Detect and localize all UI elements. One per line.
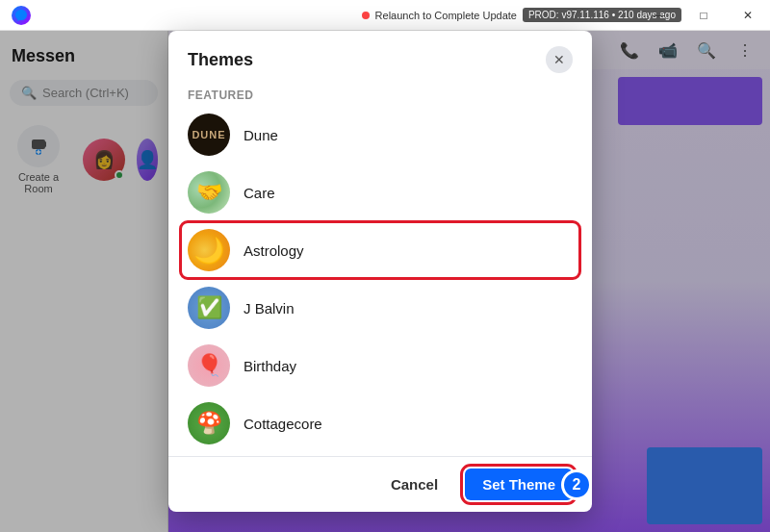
theme-item-astrology[interactable]: 🌙 Astrology 1 <box>180 221 580 279</box>
astrology-moon: 🌙 <box>188 229 230 271</box>
birthday-shape: 🎈 <box>188 344 230 387</box>
modal-header: Themes ✕ <box>168 31 592 81</box>
theme-item-cottagecore[interactable]: 🍄 Cottagecore <box>180 394 580 452</box>
care-icon: 🤝 <box>188 171 230 214</box>
jbalvin-shape: ✅ <box>188 287 230 329</box>
birthday-label: Birthday <box>244 358 296 374</box>
maximize-button[interactable]: □ <box>681 0 726 31</box>
relaunch-text[interactable]: Relaunch to Complete Update <box>375 10 517 21</box>
cottagecore-label: Cottagecore <box>244 416 322 432</box>
set-theme-container: Set Theme 2 <box>465 469 573 500</box>
theme-list: DUNE Dune 🤝 Care 🌙 Astrology 1 ✅ <box>168 106 592 452</box>
modal-close-button[interactable]: ✕ <box>546 46 573 73</box>
birthday-icon: 🎈 <box>188 344 230 387</box>
minimize-button[interactable]: — <box>637 0 681 31</box>
astrology-icon: 🌙 <box>188 229 230 271</box>
dune-text: DUNE <box>188 114 230 156</box>
theme-item-jbalvin[interactable]: ✅ J Balvin <box>180 279 580 337</box>
care-shape: 🤝 <box>188 171 230 214</box>
cottagecore-icon: 🍄 <box>188 402 230 444</box>
jbalvin-label: J Balvin <box>244 300 295 317</box>
cancel-button[interactable]: Cancel <box>373 469 455 500</box>
modal-title: Themes <box>188 50 253 70</box>
theme-item-dune[interactable]: DUNE Dune <box>180 106 580 164</box>
relaunch-badge[interactable]: Relaunch to Complete Update PROD: v97.11… <box>362 8 681 22</box>
messenger-icon <box>12 6 31 25</box>
theme-item-birthday[interactable]: 🎈 Birthday <box>180 337 580 394</box>
modal-footer: Cancel Set Theme 2 <box>168 456 592 512</box>
jbalvin-icon: ✅ <box>188 287 230 329</box>
care-label: Care <box>244 185 275 201</box>
cottagecore-shape: 🍄 <box>188 402 230 444</box>
astrology-label: Astrology <box>244 242 304 259</box>
title-bar: Relaunch to Complete Update PROD: v97.11… <box>0 0 770 31</box>
dune-label: Dune <box>244 127 278 143</box>
title-bar-left <box>12 6 31 25</box>
window-controls: — □ ✕ <box>637 0 770 31</box>
theme-item-care[interactable]: 🤝 Care <box>180 164 580 221</box>
set-theme-button[interactable]: Set Theme <box>465 469 573 500</box>
dune-icon: DUNE <box>188 114 230 156</box>
themes-modal: Themes ✕ FEATURED DUNE Dune 🤝 Care 🌙 Ast… <box>168 31 592 512</box>
close-button[interactable]: ✕ <box>726 0 770 31</box>
featured-label: FEATURED <box>168 81 592 106</box>
relaunch-dot <box>362 12 370 19</box>
step2-badge: 2 <box>561 469 592 500</box>
